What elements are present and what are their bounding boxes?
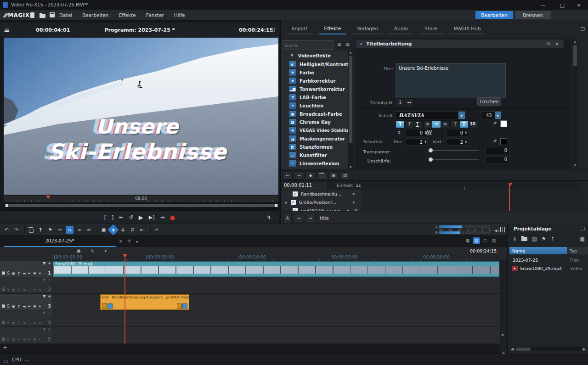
import-icon[interactable]: ↧	[513, 236, 517, 242]
font-size-select[interactable]: 43 ▼	[482, 111, 501, 119]
shadow-vert-stepper[interactable]: 2 ▲▼	[446, 138, 468, 146]
effect-item[interactable]: ✦Leuchten	[281, 101, 348, 110]
range-select-icon[interactable]: ▣	[100, 226, 107, 234]
tab-vorlagen[interactable]: Vorlagen	[352, 26, 383, 34]
font-select[interactable]: BATAVIA ▼	[396, 111, 465, 119]
transparenz-value[interactable]: 0	[485, 147, 510, 154]
titel-textarea[interactable]: Unsere Ski-Erlebnisse	[396, 63, 506, 98]
align-center-button[interactable]: ≡	[432, 120, 441, 128]
track-star-icon[interactable]: ∗	[38, 337, 41, 342]
editor-scrollbar[interactable]: ▲ ▼	[572, 39, 578, 167]
timeline-tab[interactable]: 2023-07-25*	[4, 236, 116, 247]
track-size-icon[interactable]: ↕	[17, 287, 20, 292]
tab-audio[interactable]: Audio	[389, 26, 413, 34]
clip-handle-orange[interactable]	[177, 303, 182, 309]
track-fx-icon[interactable]: ⊕	[33, 271, 36, 275]
effect-item[interactable]: ❋Farbe	[281, 68, 348, 77]
menu-hilfe[interactable]: Hilfe	[169, 10, 190, 20]
add-track-button[interactable]: +	[3, 344, 7, 351]
range-in-button[interactable]: [	[102, 214, 109, 220]
effect-item[interactable]: ◐Helligkeit/Kontrast	[281, 60, 348, 68]
chevron-down-icon[interactable]: ▼	[347, 209, 349, 211]
track-solo-button[interactable]: S	[7, 304, 10, 309]
chevron-down-icon[interactable]: ▼	[104, 249, 107, 253]
lock-icon[interactable]	[77, 248, 80, 253]
track-curve-icon[interactable]: ÷	[28, 337, 31, 342]
effect-item[interactable]: ▩Chroma Key	[281, 118, 348, 126]
track-curve-icon[interactable]: ÷	[28, 320, 31, 325]
mask-mini-icon[interactable]: ◪	[354, 208, 357, 211]
loop-button[interactable]: ↺	[126, 214, 136, 220]
track-star-icon[interactable]: ∗	[38, 287, 41, 292]
prev-keyframe-button[interactable]: ←	[283, 171, 293, 180]
transparenz-slider[interactable]	[429, 147, 479, 154]
clapper-icon[interactable]: ⚑	[542, 236, 546, 242]
track-star-icon[interactable]: ∗	[38, 304, 41, 309]
prev-object-button[interactable]: ←	[294, 214, 304, 222]
redo-icon[interactable]: ↷	[12, 226, 20, 234]
back-icon[interactable]: «	[360, 41, 362, 46]
up-level-icon[interactable]: ↑	[551, 236, 555, 242]
track-solo-button[interactable]: S	[7, 320, 10, 325]
column-header-name[interactable]: Name ▼	[509, 247, 572, 254]
mouse-mode-single-icon[interactable]: ⇊	[119, 226, 127, 234]
line-spacing-stepper[interactable]: 0 ▲▼	[406, 129, 428, 136]
text-tool-icon[interactable]: T	[37, 226, 45, 234]
delete-keyframe-button[interactable]	[317, 171, 327, 180]
track-star-icon[interactable]: ∗	[38, 320, 41, 325]
jump-end-button[interactable]: ⇥	[158, 214, 167, 220]
column-header-typ[interactable]: Typ	[567, 247, 588, 254]
eyedropper-icon[interactable]: ✎	[493, 121, 497, 126]
menu-datei[interactable]: Datei	[54, 10, 77, 20]
track-add-icon[interactable]: +	[48, 294, 51, 298]
track-solo-button[interactable]: S	[7, 287, 10, 292]
preview-detach-icon[interactable]: ❐	[271, 28, 275, 33]
track-fx-icon[interactable]: ⊕	[33, 287, 36, 292]
track-star-icon[interactable]: ∗	[38, 271, 41, 275]
menu-effekte[interactable]: Effekte	[114, 10, 141, 20]
next-object-button[interactable]: →	[305, 214, 316, 222]
new-project-icon[interactable]	[30, 12, 34, 19]
align-right-button[interactable]: ≡	[441, 120, 450, 128]
monitor-view-icon[interactable]: ▢	[481, 237, 489, 244]
checkbox-checked-icon[interactable]: ✓	[293, 208, 298, 211]
mouse-mode-ripple-icon[interactable]: ⇤	[138, 226, 146, 234]
clip-handle-blue[interactable]	[107, 303, 113, 309]
shadow-eyedropper-icon[interactable]: ✎	[493, 139, 497, 144]
effect-item[interactable]: ❏Kunstfilter	[281, 151, 348, 159]
panel-close-icon[interactable]: ×	[555, 41, 559, 47]
menu-fenster[interactable]: Fenster	[141, 10, 169, 20]
tab-dropdown-icon[interactable]: ▼	[134, 239, 140, 244]
title-clip[interactable]: title Randbeschneidung-Ausgleich proDAD …	[100, 294, 189, 310]
delete-icon[interactable]	[27, 226, 35, 234]
chevron-down-icon[interactable]: ▼	[352, 201, 355, 204]
record-button[interactable]: ●	[167, 214, 178, 221]
undo-icon[interactable]: ↶	[3, 226, 11, 234]
track-audio-icon[interactable]: ◄	[23, 304, 26, 309]
add-keyframe-button[interactable]: ◆	[305, 171, 316, 180]
video-clip[interactable]: Snow1080_29.mp4	[53, 261, 499, 277]
3d-button[interactable]: 3D	[468, 120, 477, 128]
timeline-playhead-marker[interactable]	[123, 254, 127, 258]
track-fx-icon[interactable]: ⊕	[33, 337, 36, 342]
timeline-playhead[interactable]	[124, 258, 125, 343]
scroll-up-icon[interactable]: ▲	[348, 51, 353, 54]
track-lane-2[interactable]	[53, 277, 500, 294]
loeschen-button[interactable]: Löschen	[477, 97, 501, 106]
squeeze-icon[interactable]: ▸◂	[405, 98, 414, 106]
track-audio-icon[interactable]: ◄	[23, 271, 26, 275]
preview-scrubber[interactable]	[4, 203, 279, 209]
track-solo-button[interactable]: S	[7, 337, 10, 342]
track-zoom-out-icon[interactable]: −	[502, 343, 505, 348]
underline-button[interactable]: T	[413, 120, 422, 128]
track-header-4[interactable]: ▼+ S◉↕◄÷⊕∗4	[0, 310, 52, 327]
einheit-value[interactable]: 1s	[356, 183, 361, 188]
scroll-left-icon[interactable]: ◀	[509, 347, 515, 351]
sort-list-icon[interactable]: ≡	[336, 41, 343, 48]
keyframe-ruler[interactable]	[361, 181, 580, 190]
kerning-stepper[interactable]: 0 ▲▼	[446, 129, 468, 136]
mouse-mode-all-icon[interactable]: ⇵	[129, 226, 136, 234]
chevron-down-icon[interactable]: ▼	[291, 54, 293, 57]
timeline-ruler[interactable]: 00:00:00:00 00:00:05:00 00:00:10:00 00:0…	[53, 254, 500, 261]
save-bin-icon[interactable]: ▤	[532, 236, 537, 242]
